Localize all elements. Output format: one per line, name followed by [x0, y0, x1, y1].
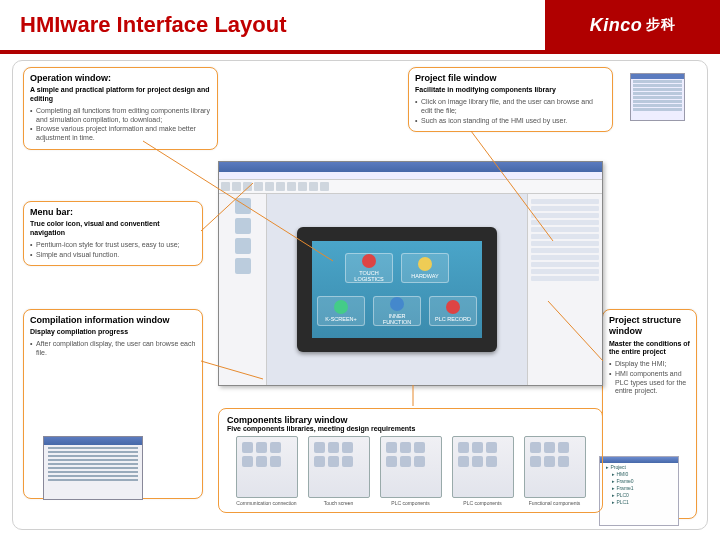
bullet: Completing all functions from editing co…: [30, 107, 211, 125]
callout-subtitle: Facilitate in modifying components libra…: [415, 86, 606, 95]
bullet: Display the HMI;: [609, 360, 690, 369]
menubar: [219, 172, 602, 180]
callout-title: Operation window:: [30, 73, 211, 84]
callout-operation: Operation window: A simple and practical…: [23, 67, 218, 150]
component-label: PLC components: [380, 500, 442, 506]
hmi-screen: TOUCH LOGISTICS HARDWAY K-SCREEN+ INNER …: [312, 241, 482, 338]
content-frame: Operation window: A simple and practical…: [12, 60, 708, 530]
component-label: Touch screen: [308, 500, 370, 506]
operation-window-screenshot: TOUCH LOGISTICS HARDWAY K-SCREEN+ INNER …: [218, 161, 603, 386]
palette-icon: [235, 198, 251, 214]
hmi-button: INNER FUNCTION: [373, 296, 421, 326]
toolbar-icon: [232, 182, 241, 191]
brand-logo: Kinco 步科: [545, 0, 720, 50]
callout-subtitle: Master the conditions of the entire proj…: [609, 340, 690, 358]
hmi-label: PLC RECORD: [435, 316, 471, 322]
toolbar-icon: [243, 182, 252, 191]
toolbar-icon: [276, 182, 285, 191]
component-card: PLC components: [452, 436, 514, 506]
hmi-label: INNER FUNCTION: [374, 313, 420, 325]
hmi-device: TOUCH LOGISTICS HARDWAY K-SCREEN+ INNER …: [297, 227, 497, 352]
canvas-area: TOUCH LOGISTICS HARDWAY K-SCREEN+ INNER …: [267, 194, 527, 385]
component-card: Communication connection: [236, 436, 298, 506]
divider: [0, 50, 720, 54]
hmi-label: TOUCH LOGISTICS: [346, 270, 392, 282]
palette-icon: [235, 258, 251, 274]
hmi-label: HARDWAY: [411, 273, 439, 279]
compilation-window-thumbnail: [43, 436, 143, 500]
toolbar-icon: [265, 182, 274, 191]
toolbar-icon: [298, 182, 307, 191]
project-file-thumbnail: [630, 73, 685, 121]
hmi-button: TOUCH LOGISTICS: [345, 253, 393, 283]
component-card: Functional components: [524, 436, 586, 506]
callout-menu-bar: Menu bar: True color icon, visual and co…: [23, 201, 203, 266]
page-title: HMIware Interface Layout: [20, 12, 287, 38]
component-label: PLC components: [452, 500, 514, 506]
left-panel: [219, 194, 267, 385]
component-label: Communication connection: [236, 500, 298, 506]
hmi-button: K-SCREEN+: [317, 296, 365, 326]
brand-cn: 步科: [646, 16, 675, 34]
callout-subtitle: True color icon, visual and conventient …: [30, 220, 196, 238]
toolbar-icon: [320, 182, 329, 191]
project-tree-thumbnail: ▸ Project ▸ HMI0 ▸ Frame0 ▸ Frame1 ▸ PLC…: [599, 456, 679, 526]
toolbar: [219, 180, 602, 194]
bullet: Such as icon standing of the HMI used by…: [415, 117, 606, 126]
hmi-label: K-SCREEN+: [325, 316, 357, 322]
callout-subtitle: Display compilation progress: [30, 328, 196, 337]
callout-title: Components library window: [227, 415, 594, 425]
hmi-button: PLC RECORD: [429, 296, 477, 326]
callout-subtitle: A simple and practical platform for proj…: [30, 86, 211, 104]
component-card: Touch screen: [308, 436, 370, 506]
bullet: After compilation display, the user can …: [30, 340, 196, 358]
toolbar-icon: [309, 182, 318, 191]
callout-components-library: Components library window Five component…: [218, 408, 603, 513]
callout-title: Project file window: [415, 73, 606, 84]
component-card: PLC components: [380, 436, 442, 506]
callout-title: Menu bar:: [30, 207, 196, 218]
callout-title: Project structure window: [609, 315, 690, 338]
bullet: HMI components and PLC types used for th…: [609, 370, 690, 396]
toolbar-icon: [221, 182, 230, 191]
hmi-button: HARDWAY: [401, 253, 449, 283]
palette-icon: [235, 238, 251, 254]
right-panel: [527, 194, 602, 385]
callout-project-file: Project file window Facilitate in modify…: [408, 67, 613, 132]
brand-name: Kinco: [590, 15, 643, 36]
toolbar-icon: [287, 182, 296, 191]
toolbar-icon: [254, 182, 263, 191]
component-label: Functional components: [524, 500, 586, 506]
bullet: Pentium-icon style for trust users, easy…: [30, 241, 196, 250]
callout-subtitle: Five components libraries, meeting desig…: [227, 425, 594, 432]
palette-icon: [235, 218, 251, 234]
titlebar: [219, 162, 602, 172]
bullet: Browse various project information and m…: [30, 125, 211, 143]
bullet: Simple and visual function.: [30, 251, 196, 260]
callout-title: Compilation information window: [30, 315, 196, 326]
bullet: Click on image library file, and the use…: [415, 98, 606, 116]
